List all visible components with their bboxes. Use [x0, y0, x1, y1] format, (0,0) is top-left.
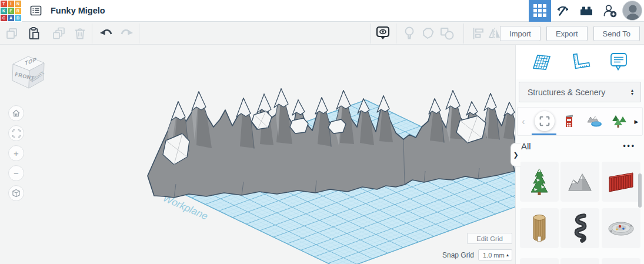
invite-collaborate-button[interactable] — [598, 0, 622, 22]
shapes-panel: Structures & Scenery ▴▾ ‹ — [515, 45, 644, 264]
user-avatar[interactable] — [622, 1, 642, 21]
logo-letter: R — [15, 8, 21, 14]
view-cube[interactable]: TOP FRONT RIGHT — [7, 51, 49, 95]
group-icon — [421, 26, 435, 41]
spiral-icon — [568, 212, 592, 244]
avatar-silhouette-icon — [623, 1, 642, 21]
logo-letter: N — [15, 1, 21, 7]
section-options-button[interactable]: ••• — [623, 142, 636, 150]
dropdown-up-icon: ▴ — [506, 252, 509, 258]
align-icon — [471, 26, 485, 41]
duplicate-button[interactable] — [48, 24, 69, 43]
design-canvas[interactable]: Workplane — [0, 45, 516, 264]
category-all-icon — [539, 115, 550, 127]
scroller-right-button[interactable]: ▶ — [632, 108, 641, 135]
category-all-button[interactable] — [535, 111, 555, 131]
category-buildings-button[interactable] — [559, 111, 579, 131]
edit-toolbar: Import Export Send To — [0, 22, 644, 45]
redo-icon — [119, 27, 134, 40]
light-button[interactable] — [399, 24, 420, 43]
notes-tool-button[interactable] — [606, 50, 631, 75]
logo-letter: T — [1, 1, 7, 7]
edit-grid-button[interactable]: Edit Grid — [467, 233, 512, 244]
shape-tile-log-tower[interactable] — [520, 208, 559, 248]
tinkercad-app: T I N K E R C A D Funky Migelo — [0, 0, 644, 264]
logo-letter: I — [8, 1, 14, 7]
top-bar: T I N K E R C A D Funky Migelo — [0, 0, 644, 22]
apps-menu-button[interactable] — [529, 0, 551, 22]
delete-button[interactable] — [69, 24, 91, 43]
category-trees-icon — [611, 114, 628, 128]
pine-tree-icon — [526, 167, 553, 196]
toolbar-separator — [92, 24, 92, 44]
view-nav-buttons: + − — [8, 105, 24, 201]
topbar-right-group — [529, 0, 644, 21]
shape-tile-pond[interactable] — [602, 208, 640, 248]
copy-button[interactable] — [1, 24, 22, 43]
group-button[interactable] — [418, 24, 439, 43]
perspective-cube-icon — [12, 189, 21, 198]
shape-tile-spiral[interactable] — [560, 208, 599, 248]
ungroup-button[interactable] — [436, 24, 458, 43]
shape-tiles — [516, 161, 644, 264]
shape-tile-rock-mountain[interactable] — [560, 162, 599, 202]
document-actions: Import Export Send To — [500, 26, 640, 41]
workplane-tool-icon — [530, 51, 552, 72]
minecraft-export-button[interactable] — [551, 0, 575, 22]
perspective-toggle-button[interactable] — [8, 185, 24, 201]
export-button[interactable]: Export — [546, 26, 588, 41]
logo-letter: A — [8, 15, 14, 21]
import-button[interactable]: Import — [500, 26, 540, 41]
list-icon — [29, 4, 42, 17]
panel-scrollbar[interactable] — [638, 173, 642, 208]
apps-grid-icon — [533, 4, 546, 17]
category-buildings-icon — [562, 113, 576, 129]
redo-button[interactable] — [116, 24, 137, 43]
tinkercad-logo[interactable]: T I N K E R C A D — [0, 0, 22, 22]
undo-button[interactable] — [96, 24, 117, 43]
scroller-left-button[interactable]: ‹ — [519, 108, 528, 135]
ruler-tool-button[interactable] — [568, 50, 592, 75]
fit-view-button[interactable] — [8, 125, 24, 141]
logo-letter: D — [15, 15, 21, 21]
snap-grid-select[interactable]: 1.0 mm ▴ — [478, 249, 512, 260]
shape-tile[interactable] — [602, 258, 640, 264]
notes-tool-icon — [608, 51, 630, 72]
design-title[interactable]: Funky Migelo — [51, 6, 105, 15]
send-to-button[interactable]: Send To — [593, 26, 640, 41]
category-scenery-button[interactable] — [585, 111, 605, 131]
scene-3d[interactable]: Workplane — [0, 45, 516, 264]
panel-collapse-button[interactable]: ❯ — [510, 143, 520, 166]
undo-icon — [99, 27, 114, 40]
lightbulb-icon — [402, 26, 416, 41]
category-scroller: ‹ — [517, 107, 643, 136]
paste-button[interactable] — [24, 24, 45, 43]
shape-tile[interactable] — [560, 258, 599, 264]
zoom-in-button[interactable]: + — [8, 145, 24, 161]
home-view-button[interactable] — [8, 105, 24, 121]
shape-tile[interactable] — [520, 258, 559, 264]
toolbar-separator — [139, 24, 139, 44]
category-trees-button[interactable] — [609, 111, 629, 131]
brick-builds-button[interactable] — [575, 0, 598, 22]
category-dropdown[interactable]: Structures & Scenery ▴▾ — [519, 82, 641, 102]
zoom-out-button[interactable]: − — [8, 165, 24, 181]
minus-icon: − — [14, 169, 19, 178]
home-icon — [12, 109, 21, 118]
design-properties-button[interactable] — [28, 3, 44, 18]
log-tower-icon — [526, 212, 552, 244]
selected-category-underline — [532, 133, 556, 135]
snap-grid-value: 1.0 mm — [483, 252, 505, 259]
category-scenery-icon — [586, 115, 603, 128]
dropdown-arrows-icon: ▴▾ — [631, 89, 633, 96]
copy-icon — [5, 26, 19, 41]
paste-icon — [27, 26, 41, 41]
section-header-row: All ••• — [516, 137, 644, 155]
workplane-tool-button[interactable] — [529, 50, 553, 75]
shape-tile-pine-tree[interactable] — [520, 162, 559, 202]
show-all-button[interactable] — [372, 24, 393, 43]
logo-letter: C — [1, 15, 7, 21]
red-wall-icon — [606, 170, 636, 193]
brick-icon — [579, 5, 593, 16]
shape-tile-red-wall[interactable] — [602, 162, 640, 202]
